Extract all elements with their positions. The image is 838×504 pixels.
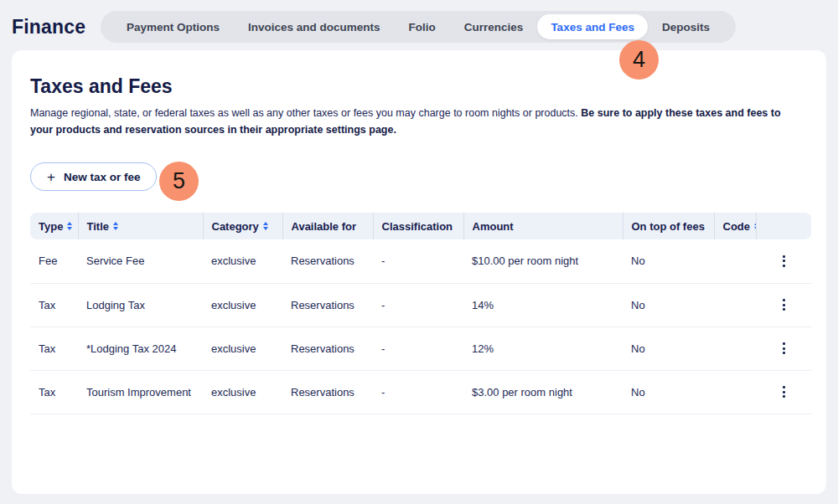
new-tax-or-fee-label: New tax or fee — [64, 171, 141, 183]
new-tax-or-fee-button[interactable]: + New tax or fee — [30, 162, 157, 191]
tab-invoices-and-documents[interactable]: Invoices and documents — [234, 14, 395, 39]
cell-type: Tax — [30, 370, 78, 414]
column-header-on-top-of-fees: On top of fees — [623, 213, 714, 239]
cell-available-for: Reservations — [282, 283, 373, 327]
column-header-code[interactable]: Code — [714, 213, 756, 239]
cell-code — [714, 283, 756, 327]
column-header-amount: Amount — [463, 213, 623, 239]
column-label: Title — [87, 220, 110, 233]
column-header-classification: Classification — [373, 213, 463, 239]
sort-icon[interactable] — [67, 222, 72, 230]
cell-type: Fee — [30, 239, 78, 283]
cell-code — [714, 370, 756, 414]
cell-category: exclusive — [203, 239, 282, 283]
annotation-step-4: 4 — [619, 40, 659, 80]
table-header-row: Type Title Category Available for Classi… — [30, 213, 811, 239]
cell-amount: 14% — [463, 283, 623, 327]
cell-type: Tax — [30, 283, 78, 327]
cell-on-top-of-fees: No — [623, 283, 714, 327]
row-actions-kebab-icon[interactable] — [776, 383, 791, 401]
table-row: Tax Tourism Improvement exclusive Reserv… — [30, 370, 811, 414]
column-header-type[interactable]: Type — [30, 213, 78, 239]
column-label: Classification — [382, 220, 453, 233]
table-row: Tax *Lodging Tax 2024 exclusive Reservat… — [30, 327, 811, 370]
column-header-available-for: Available for — [282, 213, 373, 239]
cell-code — [714, 239, 756, 283]
cell-classification: - — [373, 327, 463, 370]
cell-available-for: Reservations — [282, 327, 373, 370]
table-row: Tax Lodging Tax exclusive Reservations -… — [30, 283, 811, 327]
page-description: Manage regional, state, or federal taxes… — [30, 105, 794, 138]
cell-on-top-of-fees: No — [623, 239, 714, 283]
sort-icon[interactable] — [263, 222, 268, 230]
cell-category: exclusive — [203, 283, 282, 327]
plus-icon: + — [47, 170, 55, 184]
cell-classification: - — [373, 239, 463, 283]
sort-icon[interactable] — [113, 222, 118, 230]
cell-on-top-of-fees: No — [623, 327, 714, 370]
column-label: Available for — [292, 220, 357, 233]
app-title: Finance — [12, 16, 85, 39]
finance-tabbar: Payment Options Invoices and documents F… — [101, 11, 736, 43]
cell-available-for: Reservations — [282, 239, 373, 283]
row-actions-kebab-icon[interactable] — [776, 339, 791, 357]
cell-category: exclusive — [203, 327, 282, 370]
tab-folio[interactable]: Folio — [395, 14, 450, 39]
column-label: Type — [39, 220, 63, 233]
cell-title: Service Fee — [78, 239, 203, 283]
annotation-step-5: 5 — [159, 162, 199, 201]
cell-code — [714, 327, 756, 370]
cell-title: Lodging Tax — [78, 283, 203, 327]
cell-title: *Lodging Tax 2024 — [78, 327, 203, 370]
cell-category: exclusive — [203, 370, 282, 414]
column-label: Code — [723, 220, 751, 233]
tab-deposits[interactable]: Deposits — [648, 14, 724, 39]
cell-available-for: Reservations — [282, 370, 373, 414]
column-label: Category — [212, 220, 259, 233]
column-header-title[interactable]: Title — [78, 213, 203, 239]
row-actions-kebab-icon[interactable] — [776, 296, 791, 314]
tab-taxes-and-fees[interactable]: Taxes and Fees — [537, 14, 648, 39]
row-actions-kebab-icon[interactable] — [776, 252, 791, 270]
cell-amount: $10.00 per room night — [463, 239, 623, 283]
tab-payment-options[interactable]: Payment Options — [112, 14, 234, 39]
table-row: Fee Service Fee exclusive Reservations -… — [30, 239, 811, 283]
tab-currencies[interactable]: Currencies — [450, 14, 538, 39]
taxes-and-fees-panel: Taxes and Fees Manage regional, state, o… — [12, 50, 826, 494]
cell-classification: - — [373, 370, 463, 414]
page-title: Taxes and Fees — [30, 75, 173, 98]
column-label: Amount — [473, 220, 514, 233]
column-header-category[interactable]: Category — [203, 213, 282, 239]
taxes-table: Type Title Category Available for Classi… — [30, 213, 811, 414]
column-label: On top of fees — [632, 220, 705, 233]
cell-on-top-of-fees: No — [623, 370, 714, 414]
top-header: Finance Payment Options Invoices and doc… — [0, 0, 838, 50]
cell-title: Tourism Improvement — [78, 370, 203, 414]
cell-type: Tax — [30, 327, 78, 370]
cell-amount: $3.00 per room night — [463, 370, 623, 414]
column-header-actions — [756, 213, 811, 239]
cell-classification: - — [373, 283, 463, 327]
page-description-normal: Manage regional, state, or federal taxes… — [30, 107, 581, 119]
cell-amount: 12% — [463, 327, 623, 370]
